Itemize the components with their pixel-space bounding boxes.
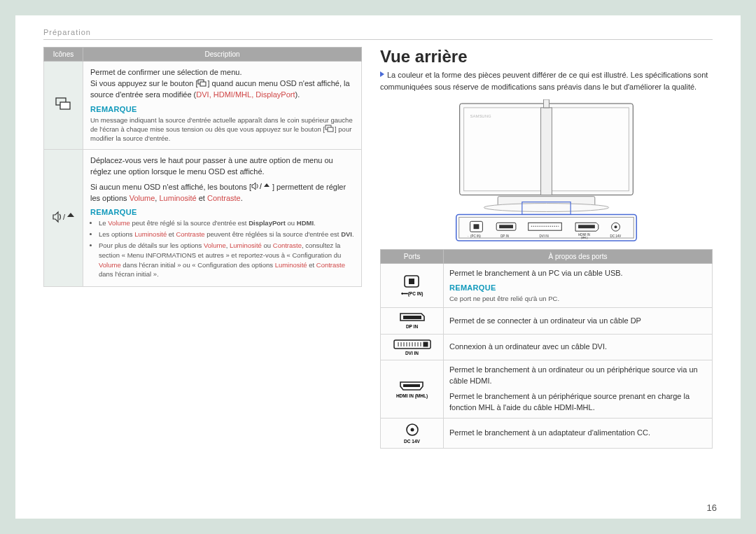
svg-line-2 [60, 98, 66, 102]
section-title: Vue arrière [380, 47, 713, 66]
row1-line2: Si vous appuyez sur le bouton [] quand a… [90, 78, 354, 101]
svg-point-15 [484, 204, 608, 212]
volume-up-icon: / [52, 211, 76, 223]
desc-volume-cell: Déplacez-vous vers le haut pour passer à… [83, 149, 362, 286]
icon-source-cell [44, 62, 83, 150]
svg-rect-22 [499, 225, 513, 228]
col-header-desc: Description [83, 48, 362, 62]
row1-line1: Permet de confirmer une sélection de men… [90, 67, 354, 78]
svg-rect-4 [200, 82, 206, 86]
svg-text:←(PC IN): ←(PC IN) [468, 234, 482, 238]
dp-port-icon [399, 312, 426, 323]
svg-text:/: / [63, 213, 66, 221]
bullet-2: Les options Luminosité et Contraste peuv… [99, 230, 354, 239]
breadcrumb: Préparation [43, 28, 713, 40]
svg-rect-47 [424, 342, 428, 346]
port-icon-hdmi: HDMI IN (MHL) [381, 360, 444, 419]
two-column-layout: Icônes Description Permet de confirmer u… [43, 47, 713, 449]
port-desc-dp: Permet de se connecter à un ordinateur v… [444, 308, 713, 335]
port-desc-dc: Permet le branchement à un adaptateur d'… [444, 418, 713, 449]
port-desc-dvi: Connexion à un ordinateur avec un câble … [444, 334, 713, 360]
right-column: Vue arrière La couleur et la forme des p… [380, 47, 713, 449]
ports-table: Ports À propos des ports ⟵(PC IN) Permet… [380, 249, 713, 449]
remark-usb: REMARQUE [449, 283, 706, 292]
left-column: Icônes Description Permet de confirmer u… [43, 47, 362, 449]
col-header-icons: Icônes [44, 48, 83, 62]
svg-rect-12 [541, 108, 552, 195]
svg-rect-48 [403, 384, 420, 387]
svg-text:SAMSUNG: SAMSUNG [470, 114, 491, 118]
remark-label-2: REMARQUE [90, 208, 354, 216]
svg-text:DP IN: DP IN [500, 234, 509, 238]
row2-bullets: Le Volume peut être réglé si la source d… [90, 218, 354, 279]
monitor-rear-diagram: SAMSUNG ←(PC IN) DP IN DVI [380, 99, 713, 245]
port-icon-dc: DC 14V [381, 418, 444, 449]
port-desc-hdmi: Permet le branchement à un ordinateur ou… [444, 360, 713, 419]
row2-p1: Déplacez-vous vers le haut pour passer à… [90, 155, 354, 178]
manual-page: Préparation Icônes Description [0, 0, 756, 534]
remark-label: REMARQUE [90, 105, 354, 113]
bullet-1: Le Volume peut être réglé si la source d… [99, 218, 354, 228]
bullet-3: Pour plus de détails sur les options Vol… [99, 241, 354, 279]
svg-rect-6 [328, 127, 333, 132]
row2-p2: Si aucun menu OSD n'est affiché, les bou… [90, 182, 354, 204]
page-number: 16 [707, 503, 717, 513]
svg-rect-13 [544, 99, 550, 108]
port-icon-usb: ⟵(PC IN) [381, 264, 444, 308]
hdmi-port-icon [398, 381, 426, 392]
dvi-port-icon [393, 339, 432, 350]
desc-source-cell: Permet de confirmer une sélection de men… [83, 62, 362, 150]
svg-text:DC 14V: DC 14V [610, 234, 622, 238]
usb-port-icon [402, 274, 421, 290]
svg-rect-35 [409, 279, 414, 284]
svg-rect-1 [60, 102, 70, 109]
source-icon [55, 97, 73, 112]
dc-port-icon [404, 423, 421, 438]
port-icon-dp: DP IN [381, 308, 444, 335]
svg-rect-27 [578, 225, 595, 228]
svg-text:(MHL): (MHL) [581, 237, 588, 239]
svg-rect-19 [474, 224, 479, 229]
svg-text:DVI IN: DVI IN [540, 234, 549, 238]
icon-volume-up-cell: / [44, 149, 83, 286]
ports-header-1: Ports [381, 250, 444, 264]
port-desc-usb: Permet le branchement à un PC via un câb… [444, 264, 713, 308]
port-icon-dvi: DVI IN [381, 334, 444, 360]
svg-point-31 [615, 225, 617, 228]
source-icon-inline [197, 79, 207, 87]
ports-header-2: À propos des ports [444, 250, 713, 264]
svg-point-50 [410, 428, 414, 431]
icons-table: Icônes Description Permet de confirmer u… [43, 47, 362, 287]
row1-note: Un message indiquant la source d'entrée … [90, 115, 354, 143]
bullet-triangle-icon [380, 71, 384, 77]
intro-text: La couleur et la forme des pièces peuven… [380, 69, 713, 92]
svg-text:/: / [260, 183, 262, 190]
volume-up-icon-inline: / [251, 182, 272, 190]
source-icon-inline-2 [325, 125, 335, 132]
svg-rect-36 [403, 316, 421, 319]
